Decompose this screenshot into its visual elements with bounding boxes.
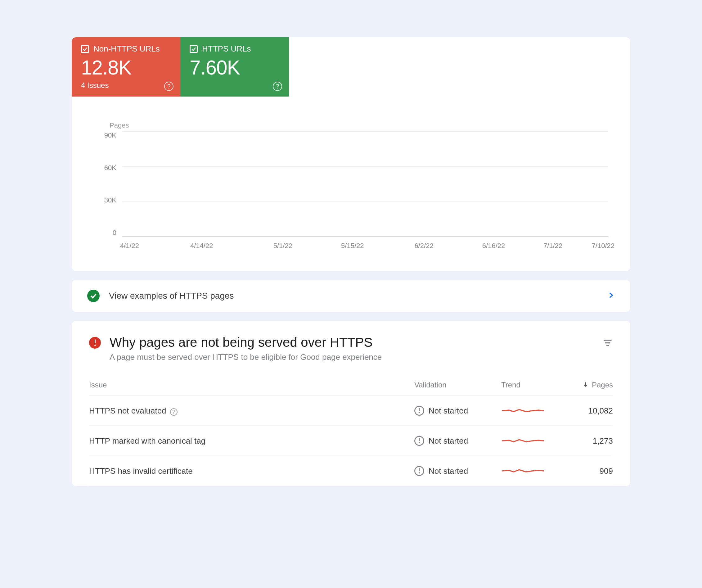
tile-https[interactable]: HTTPS URLs 7.60K ? [180, 37, 289, 97]
svg-rect-8 [419, 438, 420, 441]
checkbox-checked-icon[interactable] [81, 45, 89, 53]
chart-y-label: Pages [110, 121, 609, 129]
svg-rect-0 [95, 339, 96, 344]
svg-rect-6 [419, 408, 420, 411]
alert-outline-icon [414, 466, 424, 476]
chart-x-tick: 7/1/22 [544, 242, 562, 250]
https-summary-card: Non-HTTPS URLs 12.8K 4 Issues ? HTTPS UR… [72, 37, 630, 271]
alert-outline-icon [414, 436, 424, 446]
tile-https-value: 7.60K [190, 56, 279, 79]
col-validation: Validation [414, 381, 501, 389]
check-circle-icon [87, 290, 100, 302]
tile-non-https[interactable]: Non-HTTPS URLs 12.8K 4 Issues ? [72, 37, 180, 97]
svg-point-11 [419, 472, 420, 473]
tile-non-https-label: Non-HTTPS URLs [93, 44, 160, 54]
svg-point-9 [419, 442, 420, 443]
issues-card: Why pages are not being served over HTTP… [72, 321, 630, 486]
svg-rect-4 [606, 345, 609, 346]
chart-plot[interactable] [122, 131, 609, 237]
sort-desc-icon [583, 381, 589, 389]
sparkline [501, 467, 545, 475]
svg-rect-10 [419, 468, 420, 471]
table-row[interactable]: HTTPS has invalid certificateNot started… [89, 456, 613, 486]
chart-x-axis: 4/1/224/14/225/1/225/15/226/2/226/16/227… [122, 242, 609, 253]
table-row[interactable]: HTTPS not evaluated?Not started10,082 [89, 396, 613, 426]
svg-point-7 [419, 412, 420, 413]
tile-https-label: HTTPS URLs [202, 44, 251, 54]
chart-y-axis: 90K60K30K0 [93, 131, 122, 237]
alert-outline-icon [414, 406, 424, 416]
https-chart: Pages 90K60K30K0 4/1/224/14/225/1/225/15… [72, 97, 630, 253]
tile-non-https-value: 12.8K [81, 56, 171, 79]
table-header: Issue Validation Trend Pages [89, 381, 613, 396]
view-examples-link[interactable]: View examples of HTTPS pages [72, 280, 630, 312]
summary-tiles: Non-HTTPS URLs 12.8K 4 Issues ? HTTPS UR… [72, 37, 630, 97]
help-icon[interactable]: ? [164, 82, 173, 91]
chart-x-tick: 5/1/22 [273, 242, 292, 250]
svg-rect-3 [605, 342, 610, 344]
chart-x-tick: 6/16/22 [482, 242, 505, 250]
issues-table: Issue Validation Trend Pages HTTPS not e… [89, 381, 613, 486]
alert-icon [89, 337, 101, 349]
chart-x-tick: 7/10/22 [592, 242, 614, 250]
help-icon[interactable]: ? [170, 408, 178, 416]
chart-x-tick: 6/2/22 [415, 242, 434, 250]
issues-subtitle: A page must be served over HTTPS to be e… [110, 353, 594, 362]
svg-rect-2 [604, 339, 612, 341]
chart-x-tick: 4/1/22 [120, 242, 139, 250]
chart-x-tick: 4/14/22 [190, 242, 213, 250]
view-examples-text: View examples of HTTPS pages [109, 291, 597, 301]
checkbox-checked-icon[interactable] [190, 45, 198, 53]
table-row[interactable]: HTTP marked with canonical tagNot starte… [89, 426, 613, 456]
chevron-right-icon [607, 291, 615, 300]
tile-non-https-issues: 4 Issues [81, 81, 171, 90]
issues-title: Why pages are not being served over HTTP… [110, 335, 594, 350]
sparkline [501, 406, 545, 415]
col-pages[interactable]: Pages [563, 381, 613, 389]
filter-icon[interactable] [602, 337, 613, 348]
chart-x-tick: 5/15/22 [341, 242, 364, 250]
help-icon[interactable]: ? [273, 82, 282, 91]
col-issue: Issue [89, 381, 414, 389]
col-trend: Trend [501, 381, 563, 389]
sparkline [501, 436, 545, 445]
svg-point-1 [94, 345, 96, 346]
